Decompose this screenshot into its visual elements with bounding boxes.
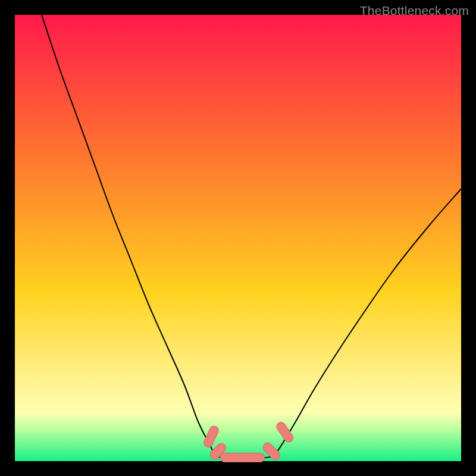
- m-bottom: [220, 453, 265, 462]
- plot-background: [15, 15, 461, 461]
- chart-svg: [0, 0, 476, 476]
- chart-stage: TheBottleneck.com: [0, 0, 476, 476]
- watermark-label: TheBottleneck.com: [360, 4, 469, 18]
- chart-canvas: [0, 0, 476, 476]
- svg-rect-2: [220, 453, 265, 462]
